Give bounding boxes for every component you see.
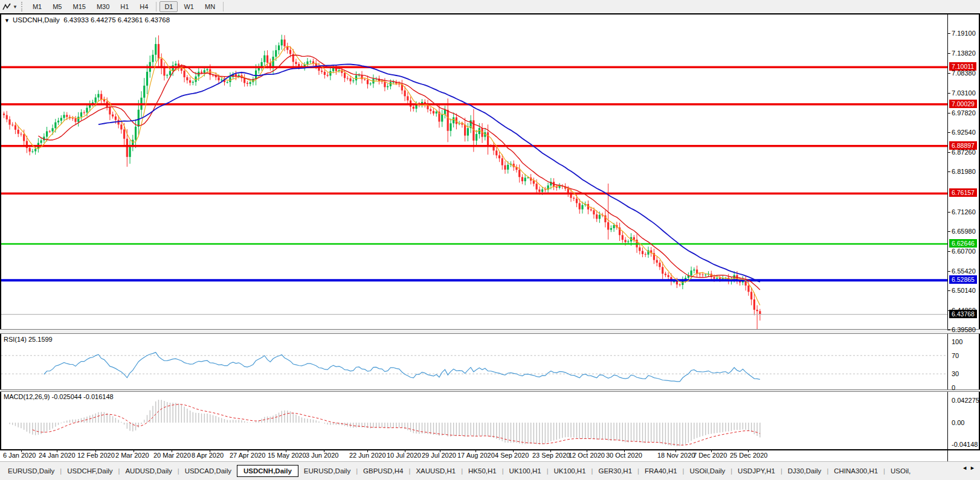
chart-tab-usoil-[interactable]: USOil, <box>885 466 916 476</box>
toolbar-separator <box>223 2 224 11</box>
chart-tab-usoil-daily[interactable]: USOil,Daily <box>684 466 730 476</box>
time-tick-label: 20 Mar 2020 <box>153 452 191 459</box>
timeframe-button-h1[interactable]: H1 <box>115 1 134 12</box>
chart-tab-usdcnh-daily[interactable]: USDCNH,Daily <box>237 465 298 477</box>
price-tick-label: 7.19100 <box>952 30 976 37</box>
price-tick-label: 6.60700 <box>952 248 976 255</box>
moving-average-line-3 <box>98 64 760 282</box>
price-tick-label: 6.65980 <box>952 228 976 235</box>
chart-tab-usdjpy-h1[interactable]: USDJPY,H1 <box>732 466 781 476</box>
price-level-tag[interactable]: 6.43768 <box>949 310 977 318</box>
price-tick-mark <box>947 132 950 133</box>
price-tick-label: 7.13820 <box>952 50 976 57</box>
rsi-panel[interactable] <box>1 334 947 389</box>
panel-splitter[interactable] <box>0 389 980 392</box>
price-tick-label: 6.50140 <box>952 287 976 294</box>
time-tick-label: 27 Apr 2020 <box>230 452 265 459</box>
chart-tab-usdchf-daily[interactable]: USDCHF,Daily <box>62 466 118 476</box>
price-axis-border <box>947 13 948 461</box>
price-level-tag[interactable]: 6.76157 <box>949 188 977 197</box>
chart-tab-audusd-daily[interactable]: AUDUSD,Daily <box>120 466 177 476</box>
timeframe-toolbar: ▼ M1M5M15M30H1H4D1W1MN <box>0 0 980 14</box>
price-tick-mark <box>947 251 950 252</box>
macd-indicator-label: MACD(12,26,9) -0.025044 -0.016148 <box>4 393 114 400</box>
price-tick-mark <box>947 53 950 54</box>
time-tick-label: 29 Jul 2020 <box>422 452 456 459</box>
rsi-scale-label: 70 <box>952 352 959 359</box>
chart-line-tool-icon[interactable] <box>2 2 11 11</box>
price-tick-mark <box>947 33 950 34</box>
chart-tab-bar: EURUSD,Daily|USDCHF,Daily|AUDUSD,Daily|U… <box>0 461 980 480</box>
chart-tab-gbpusd-h4[interactable]: GBPUSD,H4 <box>358 466 408 476</box>
chart-tab-ger30-h1[interactable]: GER30,H1 <box>593 466 637 476</box>
timeframe-button-h4[interactable]: H4 <box>135 1 153 12</box>
price-tick-mark <box>947 271 950 272</box>
toolbar-grip <box>21 2 25 11</box>
price-tick-mark <box>947 73 950 74</box>
chart-ohlc-readout: 6.43933 6.44275 6.42361 6.43768 <box>63 16 170 24</box>
time-tick-label: 4 Sep 2020 <box>495 452 529 459</box>
time-tick-label: 12 Oct 2020 <box>569 452 605 459</box>
chart-tab-hk50-h1[interactable]: HK50,H1 <box>463 466 502 476</box>
tab-scroll-right-icon[interactable]: ► <box>970 465 978 471</box>
time-tick-label: 2 Mar 2020 <box>115 452 149 459</box>
time-tick-label: 15 May 2020 <box>268 452 306 459</box>
price-tick-mark <box>947 171 950 172</box>
moving-average-line-2 <box>38 55 759 290</box>
timeframe-button-m5[interactable]: M5 <box>48 1 66 12</box>
macd-scale-label: 0.00 <box>952 419 964 426</box>
price-tick-label: 7.03100 <box>952 89 976 97</box>
price-level-tag[interactable]: 6.88897 <box>949 141 977 150</box>
time-tick-label: 10 Jul 2020 <box>387 452 421 459</box>
price-tick-mark <box>947 152 950 153</box>
price-level-tag[interactable]: 7.10011 <box>949 62 976 71</box>
tab-scroll-left-icon[interactable]: ◄ <box>962 465 970 471</box>
timeframe-button-mn[interactable]: MN <box>200 1 220 12</box>
timeframe-button-m30[interactable]: M30 <box>92 1 114 12</box>
chart-tab-xauusd-h1[interactable]: XAUUSD,H1 <box>410 466 461 476</box>
chart-symbol-title: USDCNH,Daily <box>13 16 60 24</box>
time-tick-label: 30 Oct 2020 <box>606 452 642 459</box>
chart-tab-china300-h1[interactable]: CHINA300,H1 <box>828 466 883 476</box>
rsi-scale-label: 100 <box>952 338 962 345</box>
chart-tab-eurusd-daily[interactable]: EURUSD,Daily <box>2 466 60 476</box>
price-level-tag[interactable]: 7.00029 <box>949 100 977 108</box>
tab-scroll-arrows: ◄► <box>962 465 978 471</box>
time-tick-label: 17 Aug 2020 <box>457 452 495 459</box>
price-tick-mark <box>947 212 950 213</box>
time-axis: 6 Jan 202024 Jan 202012 Feb 20202 Mar 20… <box>0 450 980 461</box>
chart-tab-usdcad-daily[interactable]: USDCAD,Daily <box>179 466 237 476</box>
time-tick-label: 6 Jan 2020 <box>3 452 36 459</box>
timeframe-button-m15[interactable]: M15 <box>68 1 90 12</box>
panel-splitter[interactable] <box>0 329 980 334</box>
time-tick-label: 24 Jan 2020 <box>39 452 76 459</box>
price-tick-mark <box>947 113 950 114</box>
chart-tab-eurusd-daily[interactable]: EURUSD,Daily <box>298 466 356 476</box>
macd-scale-label: -0.04148 <box>952 441 978 448</box>
time-tick-label: 23 Sep 2020 <box>532 452 570 459</box>
price-tick-label: 6.55420 <box>952 267 976 275</box>
timeframe-button-m1[interactable]: M1 <box>28 1 47 12</box>
timeframe-button-d1[interactable]: D1 <box>160 1 178 12</box>
timeframe-button-w1[interactable]: W1 <box>179 1 199 12</box>
time-tick-label: 3 Jun 2020 <box>306 452 338 459</box>
price-tick-label: 6.71260 <box>952 208 976 216</box>
rsi-line <box>44 353 760 382</box>
chart-tab-dj30-daily[interactable]: DJ30,Daily <box>782 466 827 476</box>
main-price-panel[interactable] <box>1 14 947 329</box>
price-tick-label: 6.81980 <box>952 168 976 175</box>
collapse-triangle-icon[interactable]: ▼ <box>4 18 10 24</box>
macd-panel[interactable] <box>1 392 947 450</box>
rsi-scale-label: 0 <box>952 384 955 391</box>
price-tick-mark <box>947 290 950 291</box>
chart-tab-uk100-h1[interactable]: UK100,H1 <box>549 466 592 476</box>
price-level-tag[interactable]: 6.62646 <box>949 239 977 248</box>
time-tick-label: 18 Nov 2020 <box>657 452 695 459</box>
toolbar-separator <box>156 2 156 11</box>
price-tick-label: 6.97820 <box>952 109 976 117</box>
chart-tab-uk100-h1[interactable]: UK100,H1 <box>504 466 547 476</box>
price-level-tag[interactable]: 6.52865 <box>949 275 977 284</box>
chart-tab-fra40-h1[interactable]: FRA40,H1 <box>639 466 683 476</box>
time-tick-label: 12 Feb 2020 <box>77 452 115 459</box>
tool-dropdown-caret-icon[interactable]: ▼ <box>13 4 18 10</box>
